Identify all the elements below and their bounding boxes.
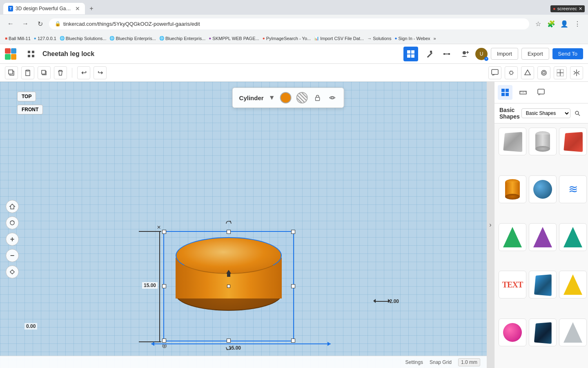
extensions-icon[interactable]: 🧩 xyxy=(546,18,557,29)
shape-box-red[interactable] xyxy=(559,128,587,155)
home-view-button[interactable] xyxy=(6,200,19,213)
bookmark-skmppl[interactable]: ● SKMPPL WEB PAGE... xyxy=(209,36,259,41)
bookmark-ball-mill[interactable]: ■ Ball Mill-11 xyxy=(5,36,31,41)
screenrec-close[interactable]: ✕ xyxy=(579,6,582,11)
visibility-icon[interactable] xyxy=(327,93,337,103)
logo-box xyxy=(5,48,16,60)
import-button[interactable]: Import xyxy=(491,48,518,60)
screen-rec-indicator: ● screenrec ✕ xyxy=(550,5,585,12)
shape-box-blue[interactable] xyxy=(529,271,557,298)
svg-rect-5 xyxy=(411,50,414,54)
sidebar-ruler-icon[interactable] xyxy=(516,85,530,100)
torus-icon[interactable] xyxy=(537,66,550,79)
copy-button[interactable] xyxy=(5,66,18,79)
avatar-plus-icon: + xyxy=(484,57,488,61)
bookmark-star-icon[interactable]: ☆ xyxy=(532,18,544,29)
cylinder-3d-object[interactable] xyxy=(176,237,282,311)
shape-sphere-pink[interactable] xyxy=(499,319,526,346)
bookmark-bluechip1[interactable]: 🌐 Bluechip Solutions... xyxy=(60,36,107,41)
shapes-search-button[interactable] xyxy=(572,108,583,119)
settings-label[interactable]: Settings xyxy=(405,359,423,365)
svg-rect-2 xyxy=(28,55,30,57)
bookmark-bluechip2[interactable]: 🌐 Bluechip Enterpris... xyxy=(109,36,156,41)
shape-box-navy[interactable] xyxy=(529,319,557,346)
svg-rect-1 xyxy=(32,51,34,53)
bookmark-webex[interactable]: ● Sign In - Webex xyxy=(394,36,430,41)
shape-text-red[interactable]: TEXT xyxy=(499,271,526,298)
mirror-icon[interactable] xyxy=(570,66,583,79)
paste-button[interactable] xyxy=(21,66,34,79)
shape-icon[interactable] xyxy=(521,66,534,79)
refresh-button[interactable]: ↻ xyxy=(34,18,46,29)
object-hole-swatch[interactable] xyxy=(296,92,307,103)
browser-tab[interactable]: T 3D design Powerful Gaaris | Tink... ✕ xyxy=(3,3,85,14)
delete-button[interactable] xyxy=(54,66,67,79)
sidebar-grid-icon[interactable] xyxy=(498,85,512,100)
shape-cone-teal[interactable] xyxy=(559,223,587,251)
zoom-out-button[interactable]: − xyxy=(6,249,19,262)
view-label-top[interactable]: TOP xyxy=(17,92,36,101)
sendto-button[interactable]: Send To xyxy=(552,48,583,59)
profile-icon[interactable]: 👤 xyxy=(559,18,570,29)
fit-view-button[interactable] xyxy=(6,265,19,278)
add-user-icon[interactable] xyxy=(457,47,472,61)
grid-menu-icon[interactable] xyxy=(24,47,38,61)
shape-pyramid-green[interactable] xyxy=(499,223,526,251)
export-button[interactable]: Export xyxy=(521,48,549,60)
shape-box-blue-preview xyxy=(534,274,552,296)
grid-icon[interactable] xyxy=(554,66,567,79)
light-icon[interactable] xyxy=(505,66,518,79)
redo-button[interactable]: ↪ xyxy=(94,66,107,79)
snap-grid-value[interactable]: 1.0 mm xyxy=(458,358,480,366)
tab-close-btn[interactable]: ✕ xyxy=(75,5,80,12)
toolbar-separator-1 xyxy=(72,68,72,78)
info-chevron-icon[interactable]: ▼ xyxy=(269,94,275,101)
cylinder-top xyxy=(176,237,282,274)
status-bar: Settings Snap Grid 1.0 mm xyxy=(0,356,487,368)
new-tab-button[interactable]: + xyxy=(87,4,96,13)
rotate-view-button[interactable] xyxy=(6,216,19,229)
menu-icon[interactable]: ⋮ xyxy=(572,18,583,29)
zoom-in-button[interactable]: + xyxy=(6,233,19,246)
user-avatar[interactable]: U + xyxy=(475,48,488,60)
bookmarks-more[interactable]: » xyxy=(434,36,436,41)
circuit-icon[interactable] xyxy=(439,47,454,61)
address-bar[interactable]: 🔒 tinkercad.com/things/5YkyQQGkOOZ-power… xyxy=(49,18,529,29)
shape-blue-wavy[interactable]: ≋ xyxy=(559,175,587,203)
sidebar-comment-icon[interactable] xyxy=(534,85,548,100)
svg-point-49 xyxy=(575,111,579,114)
shape-cylinder-grey[interactable] xyxy=(529,128,557,155)
grid-view-icon[interactable] xyxy=(403,47,418,61)
shape-box-grey[interactable] xyxy=(499,128,526,155)
shapes-category-dropdown[interactable]: Basic Shapes Featured Text & Numbers xyxy=(521,108,570,118)
tinkercad-logo[interactable] xyxy=(5,48,16,60)
bookmark-localhost[interactable]: ● 127.0.0.1 xyxy=(34,36,56,41)
build-icon[interactable] xyxy=(421,47,436,61)
lock-object-icon[interactable] xyxy=(312,93,322,103)
duplicate-button[interactable] xyxy=(38,66,51,79)
object-color-swatch[interactable] xyxy=(280,92,291,103)
svg-rect-3 xyxy=(32,55,34,57)
arrow-left xyxy=(151,342,154,346)
bookmark-bluechip3[interactable]: 🌐 Bluechip Enterpris... xyxy=(159,36,205,41)
shape-cone-teal-preview xyxy=(564,227,582,247)
bookmark-solutions[interactable]: → Solutions xyxy=(367,36,391,41)
back-button[interactable]: ← xyxy=(5,18,16,29)
tab-favicon: T xyxy=(8,6,13,11)
shape-cone-grey[interactable] xyxy=(559,319,587,346)
dim-line-top-h xyxy=(139,231,161,232)
shape-pyramid-purple[interactable] xyxy=(529,223,557,251)
canvas-area[interactable]: TOP FRONT + − xyxy=(0,82,487,368)
shape-pyramid-yellow[interactable] xyxy=(559,271,587,298)
dim-width-label: 15.00 xyxy=(229,345,241,351)
comment-icon[interactable] xyxy=(488,66,501,79)
undo-button[interactable]: ↩ xyxy=(77,66,90,79)
bookmark-importcsv[interactable]: 📊 Import CSV File Dat... xyxy=(314,36,364,41)
view-label-front[interactable]: FRONT xyxy=(17,105,43,114)
sidebar-toggle-button[interactable]: › xyxy=(487,82,494,368)
forward-button[interactable]: → xyxy=(20,18,31,29)
bookmark-pyimage[interactable]: ● PyImageSearch - Yo... xyxy=(263,36,311,41)
shape-sphere-blue[interactable] xyxy=(529,175,557,203)
shape-cylinder-orange[interactable] xyxy=(499,175,526,203)
dim-line-horizontal-blue xyxy=(151,343,331,344)
